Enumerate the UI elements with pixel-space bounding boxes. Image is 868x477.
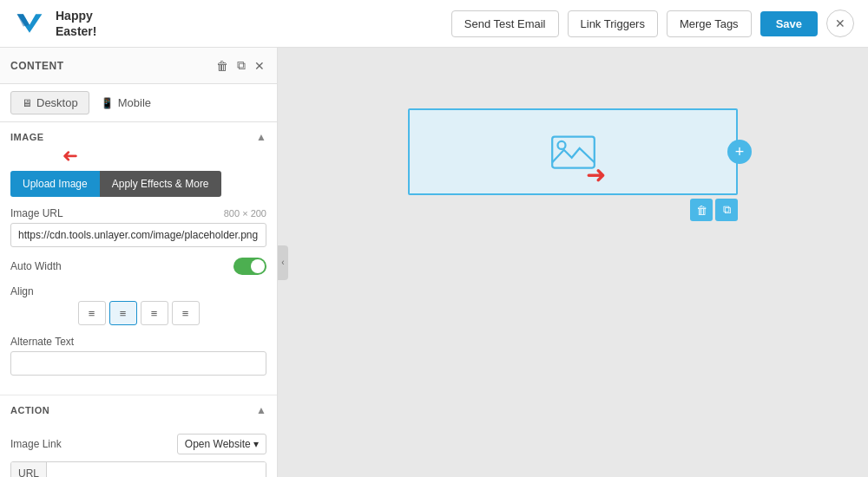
image-block-actions: 🗑 ⧉	[690, 199, 738, 221]
image-url-field-row: Image URL 800 × 200	[10, 207, 266, 247]
action-chevron-icon: ▲	[256, 404, 266, 416]
apply-effects-button[interactable]: Apply Effects & More	[100, 171, 221, 197]
collapse-handle[interactable]: ‹	[278, 245, 288, 280]
upload-image-button[interactable]: Upload Image	[10, 171, 100, 197]
action-section-title: ACTION	[10, 405, 49, 415]
main: CONTENT 🗑 ⧉ ✕ 🖥 Desktop 📱 Mobile IMAGE ▲	[0, 48, 868, 477]
align-buttons: ≡ ≡ ≡ ≡	[10, 301, 266, 325]
add-icon: +	[735, 143, 745, 161]
alt-text-row: Alternate Text	[10, 336, 266, 376]
mobile-icon: 📱	[101, 97, 114, 109]
image-url-input[interactable]	[10, 223, 266, 247]
image-size-hint: 800 × 200	[224, 208, 266, 219]
action-section-header[interactable]: ACTION ▲	[0, 395, 277, 425]
auto-width-toggle[interactable]	[233, 258, 266, 275]
delete-icon-button[interactable]: 🗑	[214, 57, 230, 75]
image-section-header[interactable]: IMAGE ▲	[0, 122, 277, 152]
sidebar-section-label: CONTENT	[10, 60, 64, 72]
auto-width-label: Auto Width	[10, 260, 62, 272]
alt-text-label: Alternate Text	[10, 336, 74, 348]
align-label-row: Align	[10, 285, 266, 297]
canvas: ➜ + 🗑 ⧉	[278, 48, 868, 477]
align-row: Align ≡ ≡ ≡ ≡	[10, 285, 266, 325]
align-justify-button[interactable]: ≡	[172, 301, 200, 325]
alt-text-label-row: Alternate Text	[10, 336, 266, 348]
action-section: ACTION ▲ Image Link Open Website ▾ URL	[0, 395, 277, 477]
desktop-icon: 🖥	[22, 97, 32, 109]
image-url-label: Image URL	[10, 207, 63, 219]
save-button[interactable]: Save	[760, 11, 818, 36]
url-input[interactable]	[47, 462, 266, 477]
open-website-select[interactable]: Open Website ▾	[177, 434, 266, 454]
image-section-title: IMAGE	[10, 132, 44, 142]
url-prefix-label: URL	[11, 462, 47, 477]
delete-block-button[interactable]: 🗑	[690, 199, 713, 221]
auto-width-row: Auto Width	[10, 258, 266, 275]
alt-text-input[interactable]	[10, 351, 266, 376]
close-button[interactable]: ✕	[826, 10, 854, 37]
image-block[interactable]: +	[408, 108, 738, 195]
header-left: Happy Easter!	[14, 8, 96, 39]
duplicate-block-button[interactable]: ⧉	[715, 199, 738, 221]
align-center-button[interactable]: ≡	[109, 301, 137, 325]
logo	[14, 8, 45, 39]
tab-mobile[interactable]: 📱 Mobile	[89, 91, 162, 114]
image-section-body: ➜ Upload Image Apply Effects & More Imag…	[0, 152, 277, 395]
view-tabs: 🖥 Desktop 📱 Mobile	[0, 84, 277, 122]
header: Happy Easter! Send Test Email Link Trigg…	[0, 0, 868, 48]
sidebar-header: CONTENT 🗑 ⧉ ✕	[0, 48, 277, 84]
sidebar-header-actions: 🗑 ⧉ ✕	[214, 56, 266, 75]
upload-buttons: Upload Image Apply Effects & More	[10, 171, 266, 197]
duplicate-icon-button[interactable]: ⧉	[235, 56, 247, 75]
url-input-wrap: URL	[10, 461, 266, 477]
toggle-knob	[251, 259, 265, 273]
tab-mobile-label: Mobile	[118, 96, 151, 109]
logo-icon	[14, 8, 45, 39]
image-url-label-row: Image URL 800 × 200	[10, 207, 266, 219]
send-test-email-button[interactable]: Send Test Email	[451, 10, 559, 37]
svg-point-3	[557, 140, 565, 148]
canvas-arrow-indicator: ➜	[586, 160, 606, 189]
image-chevron-icon: ▲	[256, 131, 266, 143]
action-section-body: Image Link Open Website ▾ URL Target Ne	[0, 425, 277, 477]
image-link-label: Image Link	[10, 438, 62, 450]
align-left-button[interactable]: ≡	[78, 301, 106, 325]
tab-desktop[interactable]: 🖥 Desktop	[10, 91, 89, 114]
image-section: IMAGE ▲ ➜ Upload Image Apply Effects & M…	[0, 122, 277, 395]
add-block-button[interactable]: +	[727, 140, 752, 164]
close-sidebar-button[interactable]: ✕	[253, 57, 266, 75]
image-link-row: Image Link Open Website ▾	[10, 434, 266, 454]
align-right-button[interactable]: ≡	[141, 301, 168, 325]
merge-tags-button[interactable]: Merge Tags	[667, 10, 752, 37]
link-triggers-button[interactable]: Link Triggers	[568, 10, 658, 37]
arrow-upload-indicator: ➜	[62, 145, 78, 167]
url-row: URL	[10, 461, 266, 477]
tab-desktop-label: Desktop	[36, 96, 78, 109]
header-right: Send Test Email Link Triggers Merge Tags…	[451, 10, 854, 37]
svg-marker-1	[17, 14, 30, 26]
app-title: Happy Easter!	[56, 8, 96, 39]
email-block-wrapper: + 🗑 ⧉	[408, 108, 738, 195]
sidebar: CONTENT 🗑 ⧉ ✕ 🖥 Desktop 📱 Mobile IMAGE ▲	[0, 48, 278, 477]
align-label: Align	[10, 285, 34, 297]
